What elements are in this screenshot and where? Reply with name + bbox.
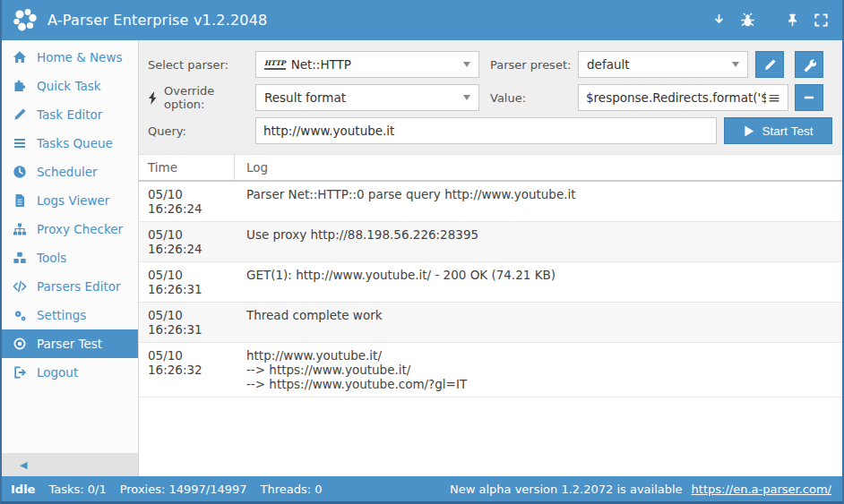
sidebar: Home & News Quick Task Task Editor Tasks… xyxy=(2,40,139,476)
override-option-row-label: Override option: xyxy=(148,84,255,111)
app-window: A-Parser Enterprise v1.2.2048 xyxy=(0,0,844,504)
sidebar-collapse-button[interactable]: ◀ xyxy=(2,453,138,476)
app-title: A-Parser Enterprise v1.2.2048 xyxy=(47,12,267,29)
sidebar-item-tools[interactable]: Tools xyxy=(2,243,138,272)
http-parser-icon: HTTP xyxy=(264,59,286,70)
sidebar-item-label: Tools xyxy=(37,251,66,265)
update-available-text: New alpha version 1.2.2072 is available xyxy=(450,483,683,496)
query-label: Query: xyxy=(148,124,255,138)
column-header-time[interactable]: Time xyxy=(139,155,235,180)
sidebar-item-label: Scheduler xyxy=(37,165,98,179)
sidebar-item-label: Task Editor xyxy=(37,107,102,122)
sidebar-item-parser-test[interactable]: Parser Test xyxy=(2,329,138,358)
pin-icon[interactable] xyxy=(784,12,801,29)
status-proxies: Proxies: 14997/14997 xyxy=(120,483,247,496)
titlebar: A-Parser Enterprise v1.2.2048 xyxy=(2,0,842,40)
log-time-cell: 05/10 16:26:24 xyxy=(139,222,235,261)
start-test-label: Start Test xyxy=(762,124,814,138)
collapse-arrow-icon: ◀ xyxy=(20,459,27,471)
chevron-down-icon xyxy=(732,62,739,67)
column-header-log[interactable]: Log xyxy=(235,155,268,180)
log-row: 05/10 16:26:24 Use proxy http://88.198.5… xyxy=(139,222,842,262)
sidebar-item-parsers-editor[interactable]: Parsers Editor xyxy=(2,272,138,301)
log-time-cell: 05/10 16:26:24 xyxy=(139,182,235,221)
sidebar-item-label: Quick Task xyxy=(37,79,101,93)
log-table-header: Time Log xyxy=(139,154,842,182)
statusbar: Idle Tasks: 0/1 Proxies: 14997/14997 Thr… xyxy=(2,476,842,501)
start-test-button[interactable]: Start Test xyxy=(724,117,832,144)
log-message-cell: GET(1): http://www.youtube.it/ - 200 OK … xyxy=(235,262,564,302)
log-message-cell: http://www.youtube.it/ --> https://www.y… xyxy=(235,343,476,397)
cubes-icon xyxy=(13,251,27,265)
sidebar-item-home-news[interactable]: Home & News xyxy=(2,43,138,72)
sidebar-item-proxy-checker[interactable]: Proxy Checker xyxy=(2,215,138,243)
edit-preset-button[interactable] xyxy=(755,51,784,78)
download-icon[interactable] xyxy=(711,12,728,29)
fullscreen-icon[interactable] xyxy=(813,12,830,29)
log-row: 05/10 16:26:32 http://www.youtube.it/ --… xyxy=(139,343,842,397)
sidebar-item-scheduler[interactable]: Scheduler xyxy=(2,158,138,186)
sidebar-item-tasks-queue[interactable]: Tasks Queue xyxy=(2,129,138,158)
override-option-select[interactable]: Result format xyxy=(255,84,479,111)
sidebar-item-label: Settings xyxy=(37,308,86,322)
sidebar-item-task-editor[interactable]: Task Editor xyxy=(2,100,138,129)
chevron-down-icon xyxy=(463,62,470,67)
log-table-body: 05/10 16:26:24 Parser Net::HTTP::0 parse… xyxy=(139,182,842,397)
sidebar-item-quick-task[interactable]: Quick Task xyxy=(2,72,138,100)
status-tasks: Tasks: 0/1 xyxy=(48,483,106,496)
sidebar-item-label: Proxy Checker xyxy=(37,222,123,236)
expand-editor-icon[interactable]: ≡ xyxy=(768,90,780,106)
parser-settings-button[interactable] xyxy=(795,51,823,78)
query-input[interactable]: http://www.youtube.it xyxy=(255,117,717,144)
log-message-cell: Use proxy http://88.198.56.226:28395 xyxy=(235,222,487,261)
parser-select[interactable]: HTTP Net::HTTP xyxy=(255,51,479,78)
log-time-cell: 05/10 16:26:32 xyxy=(139,343,235,397)
logout-icon xyxy=(13,365,27,380)
value-label: Value: xyxy=(479,91,578,105)
sidebar-item-settings[interactable]: Settings xyxy=(2,301,138,329)
query-input-text: http://www.youtube.it xyxy=(263,124,394,138)
update-link[interactable]: https://en.a-parser.com/ xyxy=(692,483,831,496)
override-option-label: Override option: xyxy=(164,84,255,111)
clock-icon xyxy=(13,165,27,179)
aparser-logo-icon xyxy=(11,6,39,35)
parser-test-form: Select parser: HTTP Net::HTTP Parser pre… xyxy=(139,40,842,154)
chevron-down-icon xyxy=(463,95,470,100)
log-row: 05/10 16:26:31 Thread complete work xyxy=(139,303,842,343)
status-state: Idle xyxy=(11,483,35,496)
wrench-icon xyxy=(803,58,816,72)
pencil-icon xyxy=(13,107,27,122)
value-input[interactable]: $response.Redirects.format('$URI\n ≡ xyxy=(578,84,788,111)
sidebar-item-label: Tasks Queue xyxy=(37,136,113,150)
parser-preset-value: default xyxy=(587,57,630,72)
pencil-icon xyxy=(763,58,777,72)
bug-icon[interactable] xyxy=(739,12,756,29)
remove-override-button[interactable] xyxy=(795,84,823,111)
sidebar-item-logs-viewer[interactable]: Logs Viewer xyxy=(2,186,138,215)
sidebar-item-label: Parsers Editor xyxy=(37,279,121,294)
gears-icon xyxy=(13,308,27,322)
status-threads: Threads: 0 xyxy=(261,483,323,496)
log-time-cell: 05/10 16:26:31 xyxy=(139,303,235,342)
sidebar-item-label: Logs Viewer xyxy=(37,193,109,208)
home-icon xyxy=(13,50,27,64)
list-icon xyxy=(13,136,27,150)
log-message-cell: Thread complete work xyxy=(235,303,392,342)
parser-preset-select[interactable]: default xyxy=(578,51,748,78)
minus-icon xyxy=(803,91,815,104)
target-icon xyxy=(13,337,27,351)
log-message-cell: Parser Net::HTTP::0 parse query http://w… xyxy=(235,182,585,221)
log-row: 05/10 16:26:31 GET(1): http://www.youtub… xyxy=(139,262,842,303)
log-row: 05/10 16:26:24 Parser Net::HTTP::0 parse… xyxy=(139,182,842,222)
log-time-cell: 05/10 16:26:31 xyxy=(139,262,235,302)
sidebar-item-label: Home & News xyxy=(37,50,122,64)
sidebar-item-logout[interactable]: Logout xyxy=(2,358,138,387)
value-input-text: $response.Redirects.format('$URI\n xyxy=(586,90,766,105)
file-icon xyxy=(13,193,27,208)
puzzle-icon xyxy=(13,79,27,93)
parser-select-value: Net::HTTP xyxy=(291,57,351,72)
play-icon xyxy=(744,125,754,137)
parser-preset-label: Parser preset: xyxy=(479,58,578,72)
sidebar-item-label: Parser Test xyxy=(37,337,102,351)
code-icon xyxy=(13,279,27,294)
